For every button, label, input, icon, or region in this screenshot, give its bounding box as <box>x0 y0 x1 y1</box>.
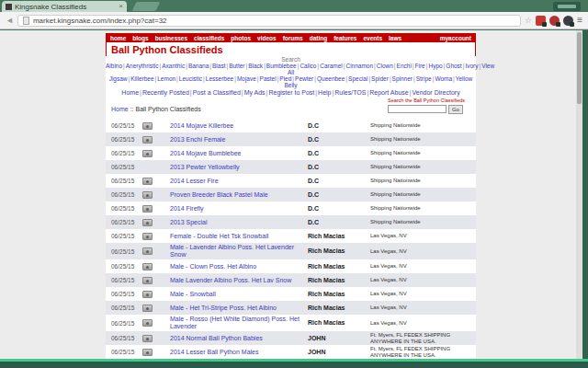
quick-link-report-abuse[interactable]: Report Abuse <box>369 89 408 96</box>
scrollbar[interactable] <box>576 30 582 359</box>
nav-item-laws[interactable]: laws <box>389 35 401 41</box>
nav-item-home[interactable]: home <box>110 35 126 41</box>
listing-title-link[interactable]: 2013 Special <box>170 219 207 225</box>
nav-item-features[interactable]: features <box>334 35 356 41</box>
scrollbar-thumb[interactable] <box>577 32 582 104</box>
category-link-pied[interactable]: Pied <box>279 75 291 82</box>
listing-title-link[interactable]: 2014 Firefly <box>170 205 204 212</box>
bookmark-star-icon[interactable]: ☆ <box>525 16 532 25</box>
browser-tab[interactable]: Kingsnake Classifieds × <box>2 1 127 12</box>
category-link-mojave[interactable]: Mojave <box>237 75 256 82</box>
listing-title-link[interactable]: Male - Clown Poss. Het Albino <box>170 263 256 270</box>
nav-item-forums[interactable]: forums <box>283 35 303 41</box>
listing-title-link[interactable]: Male - Snowball <box>170 291 216 297</box>
camera-icon <box>142 150 153 157</box>
extension-icon[interactable] <box>549 16 560 26</box>
category-link-queenbee[interactable]: Queenbee <box>317 75 345 82</box>
tab-close-icon[interactable]: × <box>119 3 123 10</box>
category-link-anerythristic[interactable]: Anerythristic <box>126 63 159 69</box>
category-link-ghost[interactable]: Ghost <box>446 63 461 69</box>
category-link-axanthic[interactable]: Axanthic <box>162 63 185 69</box>
address-bar[interactable]: market.kingsnake.com/index.php?cat=32 <box>17 15 521 27</box>
category-link-albino[interactable]: Albino <box>106 63 122 69</box>
listing-title-link[interactable]: 2014 Lesser Ball Python Males <box>170 349 259 355</box>
category-link-butter[interactable]: Butter <box>229 63 244 69</box>
category-link-special[interactable]: Special <box>348 75 368 82</box>
listing-title-link[interactable]: 2014 Mojave Killerbee <box>170 122 233 129</box>
category-link-cinnamon[interactable]: Cinnamon <box>345 63 373 69</box>
quick-link-post-a-classified[interactable]: Post a Classified <box>193 89 241 96</box>
category-link-banana[interactable]: Banana <box>188 63 209 69</box>
breadcrumb-home-link[interactable]: Home <box>111 106 129 112</box>
link-separator: | <box>186 63 187 69</box>
category-link-blast[interactable]: Blast <box>212 63 225 69</box>
listing-location: Shipping Nationwide <box>370 164 476 170</box>
category-link-pastel[interactable]: Pastel <box>260 75 277 82</box>
table-row: 06/25/15 2013 Pewter Yellowbelly D.C Shi… <box>106 160 476 174</box>
category-link-calico[interactable]: Calico <box>300 63 316 69</box>
listing-date: 06/25/15 <box>106 233 142 239</box>
side-search-go-button[interactable]: Go <box>448 105 463 114</box>
category-link-bumblebee[interactable]: Bumblebee <box>266 63 297 69</box>
listing-location: Las Vegas, NV <box>370 291 476 297</box>
category-link-leucistic[interactable]: Leucistic <box>179 75 202 82</box>
menu-icon[interactable]: ≡ <box>577 16 582 25</box>
listing-title-link[interactable]: 2014 Lesser Fire <box>170 178 219 184</box>
category-link-clown[interactable]: Clown <box>377 63 393 69</box>
side-search-input[interactable] <box>388 105 447 113</box>
quick-link-recently-posted[interactable]: Recently Posted <box>142 89 189 96</box>
category-link-black[interactable]: Black <box>248 63 263 69</box>
quick-link-home[interactable]: Home <box>121 89 139 96</box>
page-icon <box>23 17 29 25</box>
listing-title-link[interactable]: 2014 Normal Ball Python Babies <box>170 335 263 341</box>
nav-item-photos[interactable]: photos <box>231 35 251 41</box>
nav-item-blogs[interactable]: blogs <box>132 35 148 41</box>
category-link-stripe[interactable]: Stripe <box>416 75 432 82</box>
quick-link-help[interactable]: Help <box>318 89 331 96</box>
listing-seller: Rich Macias <box>308 277 370 284</box>
category-link-jigsaw[interactable]: Jigsaw <box>109 75 128 82</box>
quick-link-vendor-directory[interactable]: Vendor Directory <box>413 89 460 96</box>
category-link-fire[interactable]: Fire <box>415 63 425 69</box>
listing-title-link[interactable]: Male - Lavender Albino Poss. Het Lavende… <box>170 244 294 258</box>
nav-item-events[interactable]: events <box>363 35 382 41</box>
breadcrumb: Home :: Ball Python Classifieds <box>111 106 201 112</box>
nav-item-videos[interactable]: videos <box>257 35 277 41</box>
quick-link-register-to-post[interactable]: Register to Post <box>268 89 314 96</box>
category-link-lemon[interactable]: Lemon <box>157 75 175 82</box>
category-link-spinner[interactable]: Spinner <box>392 75 413 82</box>
listing-icon-cell <box>142 291 170 298</box>
category-link-pewter[interactable]: Pewter <box>295 75 313 82</box>
listing-title-link[interactable]: Male - Rosso (Het White Diamond) Poss. H… <box>170 316 300 329</box>
nav-item-myaccount[interactable]: myaccount <box>440 35 471 41</box>
nav-item-classifieds[interactable]: classifieds <box>194 35 224 41</box>
extension-icon[interactable] <box>536 16 546 26</box>
quick-link-my-ads[interactable]: My Ads <box>244 89 266 96</box>
listing-title-link[interactable]: Male - Het Tri-Stripe Poss. Het Albino <box>170 305 277 311</box>
extension-icon[interactable] <box>563 16 573 26</box>
listing-title-link[interactable]: 2013 Enchi Female <box>170 136 225 143</box>
back-icon[interactable]: ◄ <box>6 17 14 25</box>
nav-item-dating[interactable]: dating <box>310 35 328 41</box>
listing-icon-cell <box>142 205 170 213</box>
category-link-woma[interactable]: Woma <box>435 75 452 82</box>
category-link-hypo[interactable]: Hypo <box>428 63 442 69</box>
category-link-spider[interactable]: Spider <box>371 75 389 82</box>
listing-title-link[interactable]: 2014 Mojave Bumblebee <box>170 150 241 156</box>
quick-link-rules-tos[interactable]: Rules/TOS <box>334 89 366 96</box>
listing-seller: Rich Macias <box>308 291 370 298</box>
listing-title-link[interactable]: Female - Double Het Tsk Snowball <box>170 233 268 239</box>
listing-location: Las Vegas, NV <box>370 305 476 311</box>
category-link-killerbee[interactable]: Killerbee <box>130 75 153 82</box>
listing-seller: JOHN <box>308 349 370 356</box>
nav-item-businesses[interactable]: businesses <box>155 35 187 41</box>
category-link-lesserbee[interactable]: Lesserbee <box>206 75 233 82</box>
listing-title-link[interactable]: Male Lavender Albino Poss. Het Lav Snow <box>170 277 291 283</box>
new-tab-button[interactable] <box>132 2 161 11</box>
listing-title-link[interactable]: 2013 Pewter Yellowbelly <box>170 164 240 170</box>
listing-title-link[interactable]: Proven Breeder Black Pastel Male <box>170 191 268 198</box>
category-link-enchi[interactable]: Enchi <box>397 63 412 69</box>
category-link-caramel[interactable]: Caramel <box>320 63 343 69</box>
category-link-ivory[interactable]: Ivory <box>465 63 478 69</box>
listing-date: 06/25/15 <box>106 219 142 225</box>
